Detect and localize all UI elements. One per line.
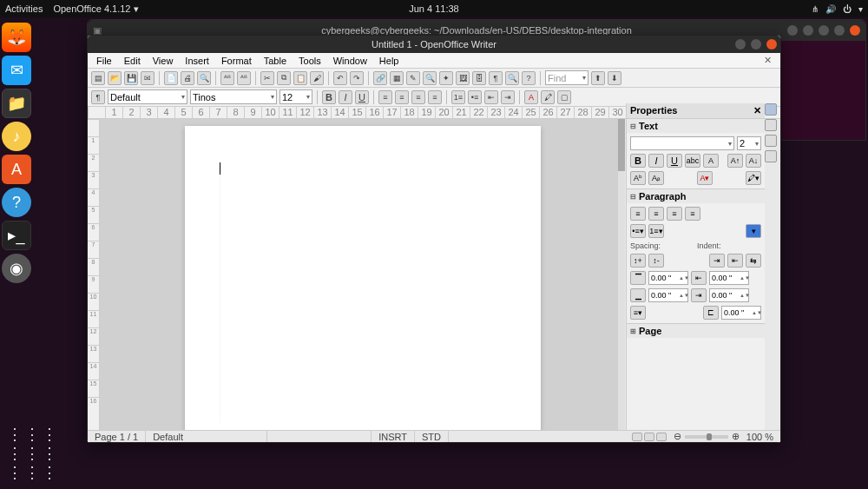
new-doc-icon[interactable]: ▤	[91, 71, 105, 85]
paragraph-section-header[interactable]: ⊟Paragraph	[627, 188, 765, 203]
view-single-page-icon[interactable]	[632, 433, 642, 441]
hyperlink-icon[interactable]: 🔗	[373, 71, 387, 85]
format-paint-icon[interactable]: 🖌	[310, 71, 324, 85]
menu-view[interactable]: View	[148, 56, 179, 66]
align-center-icon[interactable]: ≡	[395, 90, 409, 104]
sidebar-sub-icon[interactable]: Aᵦ	[648, 171, 664, 185]
sidebar-font-combo[interactable]: ▾	[630, 136, 734, 150]
cut-icon[interactable]: ✂	[260, 71, 274, 85]
writer-titlebar[interactable]: Untitled 1 - OpenOffice Writer	[88, 36, 780, 53]
view-book-icon[interactable]	[656, 433, 667, 441]
indent-before-input[interactable]: ▲▼	[709, 271, 749, 285]
paragraph-style-combo[interactable]: Default▾	[108, 89, 187, 104]
find-replace-icon[interactable]: 🔍	[423, 71, 437, 85]
below-para-icon[interactable]: ▁	[630, 288, 646, 302]
spacing-below-input[interactable]: ▲▼	[648, 288, 688, 302]
menu-help[interactable]: Help	[374, 56, 404, 66]
copy-icon[interactable]: ⧉	[277, 71, 291, 85]
table-icon[interactable]: ▦	[390, 71, 404, 85]
email-icon[interactable]: ✉	[141, 71, 155, 85]
bullet-list-icon[interactable]: •≡	[468, 90, 482, 104]
terminal-menu-icon[interactable]	[803, 25, 813, 36]
menu-edit[interactable]: Edit	[119, 56, 146, 66]
sidebar-font-size-combo[interactable]: 2▾	[737, 136, 761, 150]
app-menu[interactable]: OpenOffice 4.1.12 ▾	[53, 3, 138, 15]
hanging-indent-icon[interactable]: ⇆	[746, 254, 761, 268]
find-next-icon[interactable]: ⬇	[608, 71, 621, 85]
sidebar-tab-properties-icon[interactable]	[765, 103, 777, 116]
autocheck-icon[interactable]: ᴬᴮ	[237, 71, 251, 85]
redo-icon[interactable]: ↷	[350, 71, 364, 85]
system-tray[interactable]: ⋔ 🔊 ⏻ ▾	[812, 4, 863, 14]
page-canvas[interactable]	[185, 126, 541, 430]
zoom-in-icon[interactable]: ⊕	[732, 431, 740, 442]
sidebar-strike-icon[interactable]: abc	[685, 154, 700, 168]
sidebar-bullet-icon[interactable]: •≡▾	[630, 224, 646, 238]
pdf-icon[interactable]: 📄	[164, 71, 178, 85]
paste-icon[interactable]: 📋	[293, 71, 307, 85]
sidebar-tab-gallery-icon[interactable]	[765, 135, 777, 147]
spacing-above-input[interactable]: ▲▼	[648, 271, 688, 285]
bold-icon[interactable]: B	[322, 90, 336, 104]
view-multi-page-icon[interactable]	[644, 433, 654, 441]
sidebar-super-icon[interactable]: Aᵇ	[630, 171, 646, 185]
software-icon[interactable]: A	[2, 155, 31, 184]
firstline-indent-input[interactable]: ▲▼	[721, 306, 761, 320]
background-color-icon[interactable]: ▢	[557, 90, 571, 104]
sidebar-highlight-icon[interactable]: 🖍▾	[746, 171, 761, 185]
font-name-combo[interactable]: Tinos▾	[190, 89, 277, 104]
firefox-icon[interactable]: 🦊	[2, 23, 31, 52]
sidebar-align-left-icon[interactable]: ≡	[630, 207, 646, 221]
menu-table[interactable]: Table	[259, 56, 292, 66]
sidebar-tab-navigator-icon[interactable]	[765, 150, 777, 162]
power-icon[interactable]: ⏻	[843, 4, 852, 14]
window-close-icon[interactable]	[766, 39, 777, 50]
numbered-list-icon[interactable]: 1≡	[451, 90, 465, 104]
preview-icon[interactable]: 🔍	[197, 71, 211, 85]
status-insert-mode[interactable]: INSRT	[372, 431, 415, 442]
menu-window[interactable]: Window	[328, 56, 372, 66]
zoom-out-icon[interactable]: ⊖	[674, 431, 681, 442]
print-icon[interactable]: 🖨	[181, 71, 194, 85]
window-maximize-icon[interactable]	[751, 39, 761, 50]
highlight-icon[interactable]: 🖍	[541, 90, 555, 104]
show-apps-icon[interactable]: ⋮⋮⋮⋮⋮⋮⋮⋮⋮	[7, 425, 59, 482]
activities-button[interactable]: Activities	[5, 3, 43, 14]
text-section-header[interactable]: ⊟Text	[627, 118, 765, 133]
above-para-icon[interactable]: ▔	[630, 271, 646, 285]
sidebar-para-bg-icon[interactable]: ▾	[746, 224, 761, 238]
align-left-icon[interactable]: ≡	[378, 90, 392, 104]
rhythmbox-icon[interactable]: ♪	[2, 122, 31, 151]
sidebar-bold-icon[interactable]: B	[630, 154, 646, 168]
sidebar-shrink-font-icon[interactable]: A↓	[746, 154, 761, 168]
navigator-icon[interactable]: ✦	[439, 71, 453, 85]
nonprinting-icon[interactable]: ¶	[489, 71, 503, 85]
firstline-indent-icon[interactable]: ⊏	[703, 306, 719, 320]
open-icon[interactable]: 📂	[108, 71, 122, 85]
underline-icon[interactable]: U	[355, 90, 369, 104]
menu-insert[interactable]: Insert	[180, 56, 214, 66]
styles-icon[interactable]: ¶	[91, 90, 105, 104]
window-minimize-icon[interactable]	[735, 39, 746, 50]
page-section-header[interactable]: ⊞Page	[627, 323, 765, 338]
show-draw-icon[interactable]: ✎	[406, 71, 420, 85]
indent-after-input[interactable]: ▲▼	[709, 288, 749, 302]
status-language[interactable]	[267, 431, 372, 442]
menu-tools[interactable]: Tools	[293, 56, 326, 66]
increase-indent-icon[interactable]: ⇥	[501, 90, 515, 104]
increase-indent-side-icon[interactable]: ⇥	[709, 254, 725, 268]
status-style[interactable]: Default	[146, 431, 267, 442]
sidebar-underline-icon[interactable]: U	[667, 154, 682, 168]
font-color-icon[interactable]: A	[524, 90, 538, 104]
zoom-percent[interactable]: 100 %	[740, 431, 780, 442]
menu-file[interactable]: File	[91, 56, 117, 66]
align-justify-icon[interactable]: ≡	[428, 90, 442, 104]
clock[interactable]: Jun 4 11:38	[409, 3, 459, 14]
sidebar-align-justify-icon[interactable]: ≡	[685, 207, 700, 221]
menu-format[interactable]: Format	[216, 56, 257, 66]
terminal-maximize-icon[interactable]	[834, 25, 845, 36]
sidebar-align-center-icon[interactable]: ≡	[648, 207, 664, 221]
document-close-icon[interactable]: ✕	[759, 55, 777, 66]
align-right-icon[interactable]: ≡	[411, 90, 425, 104]
terminal-minimize-icon[interactable]	[819, 25, 829, 36]
